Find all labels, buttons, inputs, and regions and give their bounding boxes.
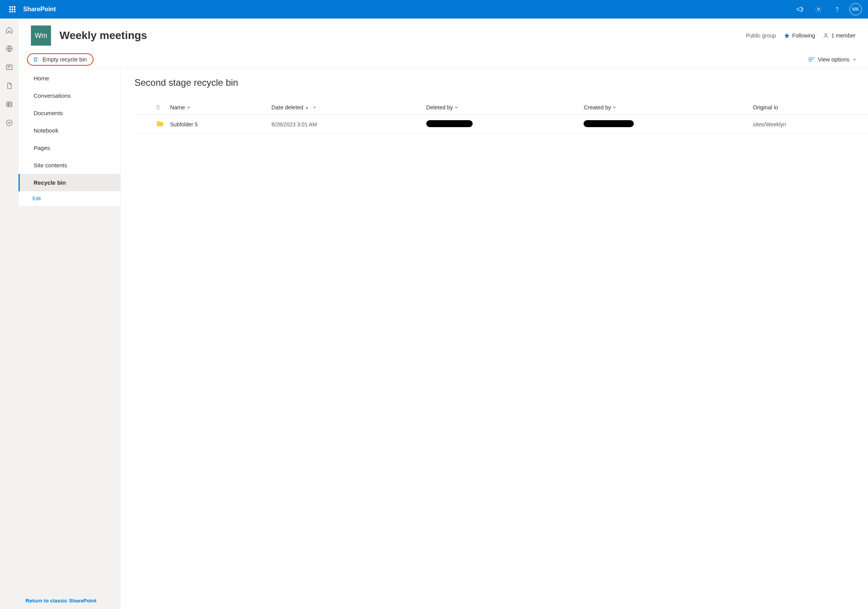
column-type-icon[interactable] xyxy=(153,100,167,115)
column-date-deleted-label: Date deleted xyxy=(272,104,303,111)
nav-item-home[interactable]: Home xyxy=(19,70,120,87)
main-panel: Second stage recycle bin Name xyxy=(121,68,868,609)
gear-icon[interactable] xyxy=(809,0,828,19)
avatar-initials: MK xyxy=(852,7,859,12)
nav-item-notebook[interactable]: Notebook xyxy=(19,122,120,139)
app-bar xyxy=(0,19,19,609)
recycle-table: Name Date deleted xyxy=(134,100,868,134)
row-date-deleted: 6/28/2023 3:01 AM xyxy=(269,115,423,134)
star-icon xyxy=(784,32,790,39)
view-options-label: View options xyxy=(818,56,849,63)
help-icon[interactable] xyxy=(828,0,846,19)
nav-item-recycle-bin[interactable]: Recycle bin xyxy=(19,174,120,191)
svg-point-1 xyxy=(837,11,837,12)
site-nav: HomeConversationsDocumentsNotebookPagesS… xyxy=(19,68,121,609)
command-bar: Empty recycle bin View options xyxy=(19,51,868,68)
create-icon[interactable] xyxy=(0,114,19,132)
chevron-down-icon xyxy=(853,58,856,61)
chevron-down-icon xyxy=(454,105,458,109)
nav-item-site-contents[interactable]: Site contents xyxy=(19,157,120,174)
svg-rect-3 xyxy=(6,65,12,70)
news-icon[interactable] xyxy=(0,58,19,77)
trash-icon xyxy=(32,56,39,63)
column-name-label: Name xyxy=(170,104,185,111)
column-deleted-by-label: Deleted by xyxy=(426,104,453,111)
members-button[interactable]: 1 member xyxy=(823,32,856,39)
column-original-location[interactable]: Original lo xyxy=(750,100,868,115)
column-select[interactable] xyxy=(134,100,153,115)
row-deleted-by xyxy=(423,115,581,134)
column-original-location-label: Original lo xyxy=(753,104,778,111)
chevron-down-icon xyxy=(313,105,317,109)
row-type-icon xyxy=(153,115,167,134)
row-select-cell[interactable] xyxy=(134,115,153,134)
site-title[interactable]: Weekly meetings xyxy=(60,29,147,42)
column-created-by-label: Created by xyxy=(584,104,611,111)
chevron-down-icon xyxy=(187,105,191,109)
follow-label: Following xyxy=(792,32,815,39)
follow-button[interactable]: Following xyxy=(784,32,815,39)
column-created-by[interactable]: Created by xyxy=(580,100,750,115)
avatar[interactable]: MK xyxy=(849,3,862,15)
empty-recycle-bin-button[interactable]: Empty recycle bin xyxy=(27,53,94,66)
svg-rect-6 xyxy=(7,102,12,107)
nav-item-documents[interactable]: Documents xyxy=(19,104,120,122)
table-row[interactable]: Subfolder 56/28/2023 3:01 AMsites/Weekly… xyxy=(134,115,868,134)
site-visibility-label: Public group xyxy=(746,32,776,39)
suite-title[interactable]: SharePoint xyxy=(23,6,56,13)
chevron-down-icon xyxy=(613,105,616,109)
file-icon[interactable] xyxy=(0,77,19,95)
row-created-by xyxy=(580,115,750,134)
site-logo-text: Wm xyxy=(35,32,47,40)
column-deleted-by[interactable]: Deleted by xyxy=(423,100,581,115)
column-date-deleted[interactable]: Date deleted xyxy=(269,100,423,115)
return-classic-link[interactable]: Return to classic SharePoint xyxy=(19,592,120,609)
svg-point-13 xyxy=(825,34,827,36)
site-header: Wm Weekly meetings Public group Followin… xyxy=(19,19,868,51)
row-name[interactable]: Subfolder 5 xyxy=(167,115,269,134)
home-icon[interactable] xyxy=(0,21,19,39)
person-icon xyxy=(823,32,829,39)
panel-title: Second stage recycle bin xyxy=(134,77,868,88)
list-icon[interactable] xyxy=(0,95,19,114)
members-label: 1 member xyxy=(831,32,856,39)
svg-point-0 xyxy=(818,9,820,10)
row-original-location: sites/Weeklyn xyxy=(750,115,868,134)
nav-item-conversations[interactable]: Conversations xyxy=(19,87,120,104)
app-launcher-icon[interactable] xyxy=(3,0,22,19)
suite-header: SharePoint MK xyxy=(0,0,868,19)
nav-item-pages[interactable]: Pages xyxy=(19,139,120,157)
view-options-icon xyxy=(808,57,815,62)
globe-icon[interactable] xyxy=(0,39,19,58)
site-logo[interactable]: Wm xyxy=(31,26,51,46)
empty-recycle-bin-label: Empty recycle bin xyxy=(43,56,87,63)
view-options-button[interactable]: View options xyxy=(808,56,859,63)
nav-edit-link[interactable]: Edit xyxy=(19,191,120,206)
megaphone-icon[interactable] xyxy=(791,0,809,19)
column-name[interactable]: Name xyxy=(167,100,269,115)
arrow-down-icon xyxy=(305,105,309,109)
